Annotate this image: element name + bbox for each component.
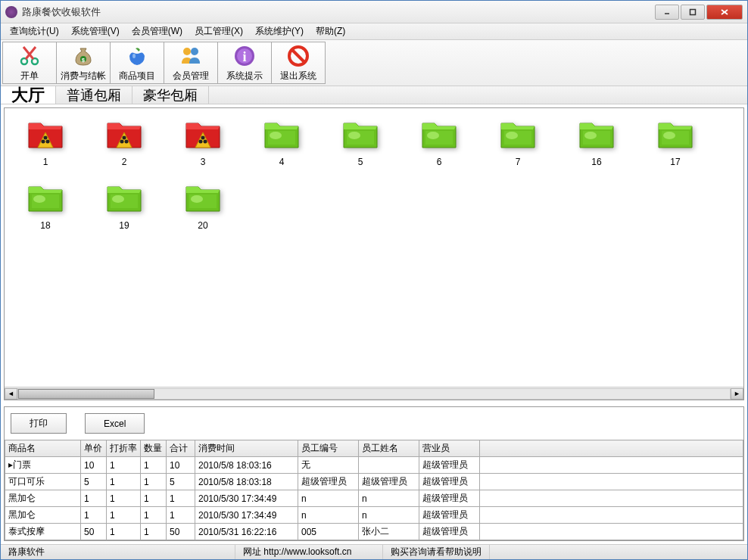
table-cell: 005 — [298, 524, 359, 540]
room-19[interactable]: 19 — [91, 179, 157, 231]
toolbar-moneybag-button[interactable]: $消费与结帐 — [56, 42, 111, 84]
table-row[interactable]: 泰式按摩5011502010/5/31 16:22:16005张小二超级管理员 — [5, 524, 743, 540]
tab-2[interactable]: 豪华包厢 — [132, 86, 209, 104]
table-cell: 无 — [298, 457, 359, 474]
room-18[interactable]: 18 — [12, 179, 79, 231]
bottom-panel: 打印 Excel 商品名单价打折率数量合计消费时间员工编号员工姓名营业员 ▸门票… — [4, 406, 744, 541]
room-7[interactable]: 7 — [485, 116, 551, 167]
table-cell: n — [298, 507, 359, 524]
table-header[interactable]: 消费时间 — [195, 440, 298, 457]
table-cell: 10 — [167, 457, 195, 474]
table-cell: 黑加仑 — [5, 490, 81, 507]
table-cell: n — [359, 507, 419, 524]
room-hscroll[interactable]: ◄ ► — [5, 387, 743, 400]
toolbar-label: 商品项目 — [119, 70, 155, 82]
folder-occupied-icon — [103, 116, 145, 152]
table-header[interactable]: 单价 — [81, 440, 107, 457]
toolbar-label: 消费与结帐 — [61, 70, 106, 82]
table-header[interactable]: 打折率 — [107, 440, 141, 457]
room-label: 16 — [591, 157, 601, 167]
status-center: 网址 http://www.looksoft.cn — [235, 545, 383, 559]
table-row[interactable]: ▸门票1011102010/5/8 18:03:16无超级管理员 — [5, 457, 743, 474]
table-cell: 超级管理员 — [419, 474, 480, 490]
toolbar-info-button[interactable]: i系统提示 — [217, 42, 272, 84]
room-label: 17 — [670, 157, 680, 167]
folder-occupied-icon — [182, 116, 224, 152]
titlebar: 路康餐饮收银软件 — [1, 1, 747, 23]
svg-point-34 — [112, 195, 124, 203]
print-button[interactable]: 打印 — [11, 413, 67, 434]
toolbar-apple-button[interactable]: 商品项目 — [110, 42, 164, 84]
room-6[interactable]: 6 — [406, 116, 472, 167]
room-label: 1 — [43, 157, 48, 167]
maximize-button[interactable] — [681, 5, 705, 20]
table-header[interactable]: 数量 — [141, 440, 167, 457]
room-label: 7 — [516, 157, 521, 167]
tab-1[interactable]: 普通包厢 — [56, 86, 132, 104]
statusbar: 路康软件 网址 http://www.looksoft.cn 购买咨询请看帮助说… — [1, 544, 747, 559]
apple-icon — [125, 44, 149, 68]
table-cell: 1 — [141, 490, 167, 507]
svg-point-31 — [584, 132, 597, 139]
menu-item-4[interactable]: 系统维护(Y) — [249, 23, 310, 40]
toolbar-users-button[interactable]: 会员管理 — [164, 42, 218, 84]
room-label: 6 — [437, 157, 442, 167]
table-cell: 5 — [167, 474, 195, 490]
room-20[interactable]: 20 — [170, 179, 236, 231]
room-2[interactable]: 2 — [91, 116, 157, 167]
svg-point-30 — [506, 132, 518, 139]
table-cell: 超级管理员 — [419, 457, 480, 474]
table-cell: n — [298, 490, 359, 507]
toolbar-scissors-button[interactable]: 开单 — [2, 42, 57, 84]
table-row[interactable]: 可口可乐51152010/5/8 18:03:18超级管理员超级管理员超级管理员 — [5, 474, 743, 490]
excel-button[interactable]: Excel — [85, 413, 145, 434]
tab-0[interactable]: 大厅 — [1, 86, 56, 104]
folder-free-icon — [182, 179, 224, 216]
menu-item-2[interactable]: 会员管理(W) — [126, 23, 189, 40]
svg-line-17 — [292, 50, 304, 62]
table-cell: 1 — [141, 507, 167, 524]
table-cell: 50 — [81, 524, 107, 540]
table-header[interactable]: 合计 — [167, 440, 195, 457]
table-cell: 1 — [141, 457, 167, 474]
room-1[interactable]: 1 — [12, 116, 79, 167]
status-left: 路康软件 — [1, 545, 235, 559]
table-cell: 超级管理员 — [419, 524, 480, 540]
folder-free-icon — [418, 116, 460, 152]
table-header[interactable]: 营业员 — [419, 440, 480, 457]
svg-point-26 — [201, 136, 205, 140]
table-cell: 2010/5/30 17:34:49 — [195, 507, 298, 524]
toolbar-label: 系统提示 — [226, 70, 263, 82]
toolbar-exit-button[interactable]: 退出系统 — [271, 42, 326, 84]
table-row[interactable]: 黑加仑11112010/5/30 17:34:49nn超级管理员 — [5, 507, 743, 524]
moneybag-icon: $ — [71, 44, 95, 68]
table-cell: 50 — [167, 524, 195, 540]
menu-item-5[interactable]: 帮助(Z) — [310, 23, 351, 40]
table-cell: 泰式按摩 — [5, 524, 81, 540]
toolbar-label: 退出系统 — [280, 70, 316, 82]
svg-point-27 — [270, 132, 282, 139]
table-cell — [359, 457, 419, 474]
table-cell: 1 — [167, 507, 195, 524]
table-header[interactable]: 员工姓名 — [359, 440, 419, 457]
table-cell: 2010/5/31 16:22:16 — [195, 524, 298, 540]
svg-text:$: $ — [82, 58, 85, 64]
table-header[interactable]: 商品名 — [5, 440, 81, 457]
table-row[interactable]: 黑加仑11112010/5/30 17:34:49nn超级管理员 — [5, 490, 743, 507]
svg-point-21 — [120, 140, 124, 144]
room-4[interactable]: 4 — [248, 116, 315, 167]
toolbar: 开单$消费与结帐商品项目会员管理i系统提示退出系统 — [1, 40, 747, 86]
room-3[interactable]: 3 — [170, 116, 236, 167]
table-header[interactable]: 员工编号 — [298, 440, 359, 457]
close-button[interactable] — [706, 5, 743, 20]
svg-point-28 — [348, 132, 360, 139]
minimize-button[interactable] — [655, 5, 679, 20]
menu-item-0[interactable]: 查询统计(U) — [4, 23, 65, 40]
room-16[interactable]: 16 — [563, 116, 630, 167]
room-5[interactable]: 5 — [327, 116, 394, 167]
room-17[interactable]: 17 — [642, 116, 709, 167]
folder-free-icon — [24, 179, 67, 216]
info-icon: i — [232, 44, 257, 68]
menu-item-1[interactable]: 系统管理(V) — [65, 23, 126, 40]
menu-item-3[interactable]: 员工管理(X) — [189, 23, 249, 40]
